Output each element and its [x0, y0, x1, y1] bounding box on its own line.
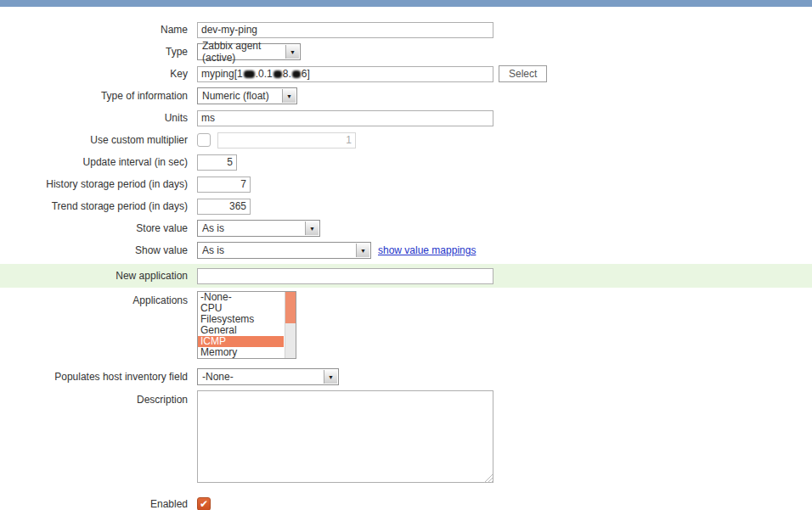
chevron-down-icon: ▼	[356, 244, 369, 257]
redaction-blob	[292, 70, 301, 78]
row-new-application: New application	[0, 267, 812, 284]
chevron-down-icon: ▼	[305, 221, 319, 235]
checkmark-icon: ✔	[200, 499, 208, 509]
name-label: Name	[0, 24, 197, 36]
trend-storage-input[interactable]	[197, 199, 251, 215]
top-accent-bar	[0, 0, 812, 7]
type-of-information-label: Type of information	[0, 90, 197, 102]
show-value-label: Show value	[0, 244, 197, 256]
row-show-value: Show value As is ▼ show value mappings	[0, 242, 812, 259]
units-input[interactable]	[197, 110, 493, 126]
description-label: Description	[0, 390, 197, 406]
row-units: Units	[0, 109, 812, 126]
row-enabled: Enabled ✔	[0, 496, 812, 510]
redaction-blob	[244, 70, 255, 78]
row-trend-storage: Trend storage period (in days)	[0, 198, 812, 215]
inventory-field-label: Populates host inventory field	[0, 371, 197, 383]
key-label: Key	[0, 68, 197, 80]
key-input[interactable]: myping[1.0.18.6]	[197, 66, 493, 82]
custom-multiplier-input	[217, 132, 356, 149]
chevron-down-icon: ▼	[324, 370, 337, 384]
applications-listbox[interactable]: -None- CPU Filesystems General ICMP Memo…	[197, 291, 296, 359]
type-of-information-select-value: Numeric (float)	[202, 90, 269, 102]
new-application-label: New application	[0, 270, 197, 282]
store-value-label: Store value	[0, 222, 197, 234]
key-value-part2: .0.1	[256, 68, 273, 80]
row-description: Description	[0, 390, 812, 485]
row-store-value: Store value As is ▼	[0, 220, 812, 237]
applications-option-memory[interactable]: Memory	[198, 347, 296, 358]
show-value-select-value: As is	[202, 244, 224, 256]
key-value-part4: 6]	[302, 68, 310, 80]
applications-scrollbar-thumb[interactable]	[285, 292, 296, 323]
store-value-select[interactable]: As is ▼	[197, 220, 320, 237]
enabled-checkbox[interactable]: ✔	[197, 497, 211, 510]
row-applications: Applications -None- CPU Filesystems Gene…	[0, 291, 812, 359]
description-textarea[interactable]	[197, 390, 493, 483]
store-value-select-value: As is	[202, 222, 224, 234]
inventory-field-select-value: -None-	[202, 371, 234, 383]
inventory-field-select[interactable]: -None- ▼	[197, 368, 339, 385]
chevron-down-icon: ▼	[282, 89, 296, 103]
row-custom-multiplier: Use custom multiplier	[0, 132, 812, 149]
new-application-input[interactable]	[197, 268, 493, 284]
item-config-form: Name Type Zabbix agent (active) ▼ Key my…	[0, 7, 812, 510]
new-application-stripe: New application	[0, 264, 812, 288]
row-history-storage: History storage period (in days)	[0, 176, 812, 193]
row-type-of-information: Type of information Numeric (float) ▼	[0, 87, 812, 104]
update-interval-input[interactable]	[197, 154, 237, 171]
type-select[interactable]: Zabbix agent (active) ▼	[197, 43, 301, 60]
row-inventory-field: Populates host inventory field -None- ▼	[0, 368, 812, 385]
key-value-part3: 8.	[283, 68, 291, 80]
chevron-down-icon: ▼	[285, 45, 299, 59]
type-label: Type	[0, 46, 197, 58]
enabled-label: Enabled	[0, 498, 197, 510]
name-input[interactable]	[197, 22, 493, 38]
units-label: Units	[0, 112, 197, 124]
type-select-value: Zabbix agent (active)	[202, 40, 281, 64]
history-storage-label: History storage period (in days)	[0, 178, 197, 190]
custom-multiplier-checkbox[interactable]	[197, 133, 211, 147]
update-interval-label: Update interval (in sec)	[0, 156, 197, 168]
row-type: Type Zabbix agent (active) ▼	[0, 43, 812, 60]
row-name: Name	[0, 21, 812, 38]
key-select-button[interactable]: Select	[499, 65, 547, 82]
type-of-information-select[interactable]: Numeric (float) ▼	[197, 87, 297, 104]
row-key: Key myping[1.0.18.6] Select	[0, 65, 812, 82]
applications-scrollbar[interactable]	[285, 292, 296, 358]
trend-storage-label: Trend storage period (in days)	[0, 200, 197, 212]
custom-multiplier-label: Use custom multiplier	[0, 134, 197, 146]
key-value-part1: myping[1	[201, 68, 243, 80]
row-update-interval: Update interval (in sec)	[0, 154, 812, 171]
show-value-mappings-link[interactable]: show value mappings	[378, 244, 476, 256]
show-value-select[interactable]: As is ▼	[197, 242, 371, 259]
redaction-blob	[273, 70, 282, 78]
applications-label: Applications	[0, 291, 197, 306]
history-storage-input[interactable]	[197, 177, 251, 193]
